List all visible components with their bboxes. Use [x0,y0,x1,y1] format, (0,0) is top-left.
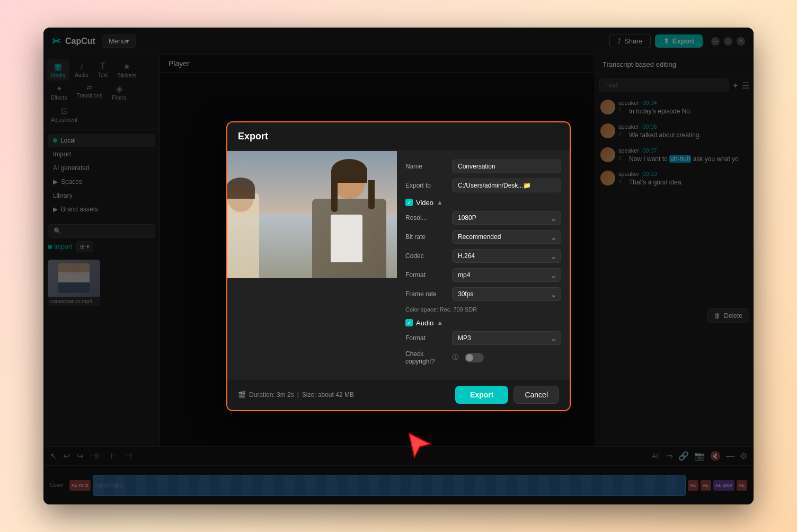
person-hair [331,159,367,183]
video-preview [227,151,397,278]
video-section-divider: ✓ Video ▲ [405,199,561,207]
format-label: Format [405,271,448,279]
footer-actions: Export Cancel [455,386,559,404]
cancel-button[interactable]: Cancel [513,386,559,404]
copyright-row: Check copyright? ⓘ [405,350,561,365]
modal-preview [227,151,397,379]
framerate-select-wrapper: 30fps [452,287,561,301]
export-to-input[interactable]: C:/Users/admin/Desk... 📁 [452,179,561,192]
framerate-row: Frame rate 30fps [405,287,561,301]
color-space-text: Color space: Rec. 709 SDR [405,306,561,313]
person-hair-right [368,180,375,209]
audio-collapse-icon[interactable]: ▲ [437,319,443,326]
resolution-select-wrapper: 1080P [452,211,561,225]
codec-row: Codec H.264 [405,249,561,263]
audio-section-toggle[interactable]: ✓ Audio ▲ [405,319,561,327]
framerate-select[interactable]: 30fps [452,287,561,301]
folder-icon[interactable]: 📁 [523,182,555,189]
resolution-value: 1080P [458,214,476,221]
modal-body: Name Export to C:/Users/admin/Desk... 📁 [227,151,570,379]
duration-label: Duration: 3m 2s [249,391,294,398]
export-button[interactable]: Export [455,386,508,404]
copyright-label: Check copyright? [405,350,448,365]
audio-section-label: Audio [416,319,433,327]
export-modal: Export [226,121,571,411]
audio-format-select[interactable]: MP3 [452,331,561,345]
person2-hair [227,178,255,199]
app-window: ✂ CapCut Menu▾ ⤴ Share ⬆ Export — □ ✕ [43,28,754,504]
format-value: mp4 [458,271,470,279]
format-select[interactable]: mp4 [452,268,561,282]
video-checkbox[interactable]: ✓ [405,199,413,206]
film-icon: 🎬 [238,391,246,398]
video-section-toggle[interactable]: ✓ Video ▲ [405,199,561,207]
modal-settings: Name Export to C:/Users/admin/Desk... 📁 [397,151,570,379]
toggle-knob [466,354,473,361]
person-shirt [331,215,362,262]
audio-format-select-wrapper: MP3 [452,331,561,345]
resolution-select[interactable]: 1080P [452,211,561,225]
bitrate-select-wrapper: Recommended [452,230,561,244]
person-figure [302,156,397,278]
format-row: Format mp4 [405,268,561,282]
person2-figure [227,172,264,278]
audio-format-label: Format [405,334,448,342]
size-label: Size: about 42 MB [302,391,354,398]
modal-overlay: Export [43,28,754,504]
video-section-label: Video [416,199,433,207]
audio-section-divider: ✓ Audio ▲ [405,319,561,327]
name-input[interactable] [452,159,561,173]
bitrate-value: Recommended [458,233,501,241]
name-setting-row: Name [405,159,561,173]
codec-select[interactable]: H.264 [452,249,561,263]
footer-info: 🎬 Duration: 3m 2s | Size: about 42 MB [238,391,354,398]
export-to-label: Export to [405,182,448,189]
bitrate-row: Bit rate Recommended [405,230,561,244]
modal-title: Export [238,131,268,141]
resolution-row: Resol... 1080P [405,211,561,225]
codec-value: H.264 [458,252,475,260]
export-to-row: Export to C:/Users/admin/Desk... 📁 [405,179,561,192]
codec-label: Codec [405,252,448,260]
audio-checkbox[interactable]: ✓ [405,319,413,326]
resolution-label: Resol... [405,214,448,221]
modal-header: Export [227,122,570,151]
format-select-wrapper: mp4 [452,268,561,282]
person-hair-left [331,180,338,212]
bitrate-select[interactable]: Recommended [452,230,561,244]
bitrate-label: Bit rate [405,233,448,241]
copyright-info-icon: ⓘ [452,353,458,362]
copyright-toggle[interactable] [465,353,484,362]
video-collapse-icon[interactable]: ▲ [437,199,443,206]
codec-select-wrapper: H.264 [452,249,561,263]
name-label: Name [405,163,448,170]
audio-format-row: Format MP3 [405,331,561,345]
export-path-value: C:/Users/admin/Desk... [458,182,523,189]
audio-format-value: MP3 [458,334,471,342]
framerate-value: 30fps [458,290,473,298]
separator: | [297,391,299,398]
framerate-label: Frame rate [405,290,448,298]
modal-footer: 🎬 Duration: 3m 2s | Size: about 42 MB Ex… [227,379,570,410]
video-scene [227,151,397,278]
